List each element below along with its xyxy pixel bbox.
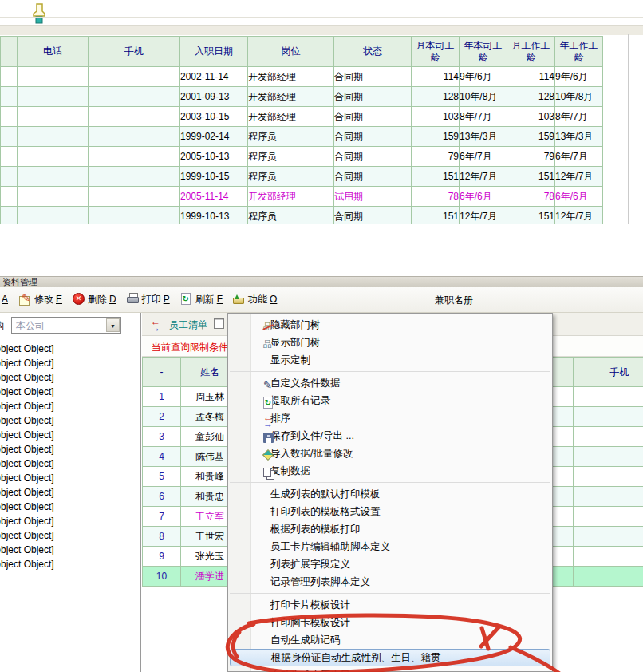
col-header-phone[interactable]: 电话 <box>18 37 89 67</box>
menu-item[interactable]: 保存到文件/导出 ... <box>228 427 552 445</box>
functions-icon[interactable]: 功能O <box>233 293 277 306</box>
menu-item-label: 打印胸卡模板设计 <box>270 616 350 630</box>
menu-item[interactable]: 生成列表的默认打印模板 <box>228 485 552 503</box>
cell-row-number: 8 <box>142 527 181 546</box>
tree-item-department[interactable]: [object Object] <box>0 457 54 471</box>
col-header-index[interactable]: - <box>142 358 181 386</box>
table-row[interactable]: 2002-11-14 开发部经理 合同期 114 9年/6月 114 9年/6月 <box>1 67 603 87</box>
tree-item-department[interactable]: [object Object] <box>0 356 54 370</box>
menu-item-label: 记录管理列表脚本定义 <box>270 575 370 589</box>
toolbar: A 修改E 删除D 打印P 刷 <box>0 287 643 313</box>
refresh-icon[interactable]: 刷新F <box>180 293 223 306</box>
menu-item[interactable]: 自动生成助记码 <box>228 631 552 649</box>
table-row[interactable]: 2001-09-13 开发部经理 合同期 128 10年/8月 128 10年/… <box>1 87 603 107</box>
menu-item[interactable]: 根据身份证自动生成性别、生日、籍贯 <box>230 649 550 666</box>
tree-item-department[interactable]: [object Object] <box>0 342 54 356</box>
menu-item[interactable]: 导入数据/批量修改 <box>228 445 552 462</box>
cell-blank <box>1 87 18 107</box>
col-header-years-work[interactable]: 年工作工龄 <box>555 37 603 67</box>
cell-years-company: 6年/7月 <box>460 147 507 167</box>
col-header-months-work[interactable]: 月工作工龄 <box>507 37 555 67</box>
menu-item[interactable]: 列表扩展字段定义 <box>228 555 552 573</box>
tree-item-department[interactable]: [object Object] <box>0 528 54 543</box>
tree-item-department[interactable]: [object Object] <box>0 557 54 571</box>
menu-item-label: 显示定制 <box>270 354 310 367</box>
tree-item-department[interactable]: [object Object] <box>0 399 54 413</box>
menu-item[interactable]: 员工卡片编辑辅助脚本定义 <box>228 538 552 555</box>
cell-hire-date: 1999-02-14 <box>180 127 248 147</box>
cell-mobile <box>574 447 643 466</box>
menu-item[interactable]: 打印列表的模板格式设置 <box>228 503 552 520</box>
sort-icon <box>262 414 275 427</box>
tree-item-department[interactable]: [object Object] <box>0 428 54 442</box>
menu-item[interactable]: 自定义条件数据 <box>228 374 552 392</box>
menu-item[interactable]: 复制数据 <box>228 462 552 480</box>
cell-mobile <box>89 207 180 225</box>
table-row[interactable]: 1999-10-15 程序员 合同期 151 12年/7月 151 12年/7月 <box>1 167 603 187</box>
menu-item[interactable]: 排序 <box>228 409 552 427</box>
col-header-months-company[interactable]: 月本司工龄 <box>412 37 460 67</box>
company-combobox[interactable]: 本公司 ▼ <box>11 317 121 334</box>
cell-position: 程序员 <box>248 147 334 167</box>
window-title: 资料管理 <box>0 276 643 287</box>
print-icon[interactable]: 打印P <box>127 293 170 306</box>
table-row[interactable]: 1999-10-13 程序员 合同期 151 12年/7月 151 12年/7月 <box>1 207 603 225</box>
filter-checkbox[interactable] <box>214 318 224 329</box>
cell-row-number: 2 <box>142 407 181 426</box>
menu-item[interactable]: 显示定制 <box>228 351 552 369</box>
extract-icon <box>262 397 275 409</box>
table-row[interactable]: 1999-02-14 程序员 合同期 159 13年/3月 159 13年/3月 <box>1 127 603 147</box>
cell-mobile <box>574 427 643 446</box>
menu-item[interactable]: 提取所有记录 <box>228 392 552 409</box>
col-header-mobile[interactable]: 手机 <box>89 37 180 67</box>
menu-item[interactable]: 打印卡片模板设计 <box>228 596 552 614</box>
cell-years-work: 12年/7月 <box>555 207 603 225</box>
functions-icon <box>233 293 246 306</box>
tree-item-department[interactable]: [object Object] <box>0 500 54 514</box>
cell-position: 程序员 <box>248 167 334 187</box>
menu-item[interactable]: 根据列表的模板打印 <box>228 520 552 538</box>
menu-item-label: 根据身份证自动生成性别、生日、籍贯 <box>271 651 441 665</box>
bell-icon[interactable] <box>32 3 46 24</box>
tree-item-department[interactable]: [object Object] <box>0 543 54 557</box>
cell-months-company: 159 <box>412 127 460 147</box>
col-header-years-company[interactable]: 年本司工龄 <box>460 37 507 67</box>
tree-item-department[interactable]: [object Object] <box>0 413 54 428</box>
col-header-mobile[interactable]: 手机 <box>574 358 643 386</box>
pencil-icon <box>262 379 275 392</box>
tree-item-department[interactable]: [object Object] <box>0 471 54 485</box>
menu-item[interactable]: 显示部门树 <box>228 334 552 351</box>
menu-item[interactable]: 隐藏部门树 <box>228 316 552 334</box>
cell-months-company: 151 <box>412 207 460 225</box>
menu-item[interactable]: 自动生成农历生日 <box>228 666 552 672</box>
col-header-hire-date[interactable]: 入职日期 <box>180 37 248 67</box>
menu-item-label: 自动生成助记码 <box>270 634 341 647</box>
edit-icon[interactable]: 修改E <box>19 293 62 306</box>
delete-icon[interactable]: 删除D <box>73 293 116 306</box>
menu-item-label: 打印卡片模板设计 <box>270 599 350 612</box>
col-header-status[interactable]: 状态 <box>334 37 412 67</box>
cell-months-work: 103 <box>507 107 555 127</box>
tree-item-department[interactable]: [object Object] <box>0 514 54 528</box>
table-row[interactable]: 2003-10-15 开发部经理 合同期 103 8年/7月 103 8年/7月 <box>1 107 603 127</box>
col-header-position[interactable]: 岗位 <box>248 37 334 67</box>
col-header-blank[interactable] <box>1 37 18 67</box>
cell-position: 开发部经理 <box>248 107 334 127</box>
menu-item[interactable]: 打印胸卡模板设计 <box>228 614 552 631</box>
tab-employee-list[interactable]: 员工清单 <box>169 318 207 332</box>
tree-item-department[interactable]: [object Object] <box>0 385 54 399</box>
delete-icon <box>73 293 85 306</box>
tree-item-department[interactable]: [object Object] <box>0 485 54 500</box>
toolbar-partial-add-button[interactable]: A <box>2 294 8 305</box>
tree-item-department[interactable]: [object Object] <box>0 442 54 457</box>
table-row[interactable]: 2005-10-13 程序员 合同期 79 6年/7月 79 6年/7月 <box>1 147 603 167</box>
menu-item-label: 导入数据/批量修改 <box>270 447 353 461</box>
cell-mobile <box>89 107 180 127</box>
menu-item[interactable]: 记录管理列表脚本定义 <box>228 573 552 591</box>
table-row[interactable]: 2005-11-14 开发部经理 试用期 78 6年/6月 78 6年/6月 <box>1 187 603 207</box>
department-panel: 构 本公司 ▼ [object Object] [object Object] … <box>0 313 140 672</box>
cell-blank <box>1 107 18 127</box>
tree-item-department[interactable]: [object Object] <box>0 370 54 385</box>
cell-mobile <box>574 567 643 586</box>
chevron-down-icon[interactable]: ▼ <box>106 318 120 332</box>
